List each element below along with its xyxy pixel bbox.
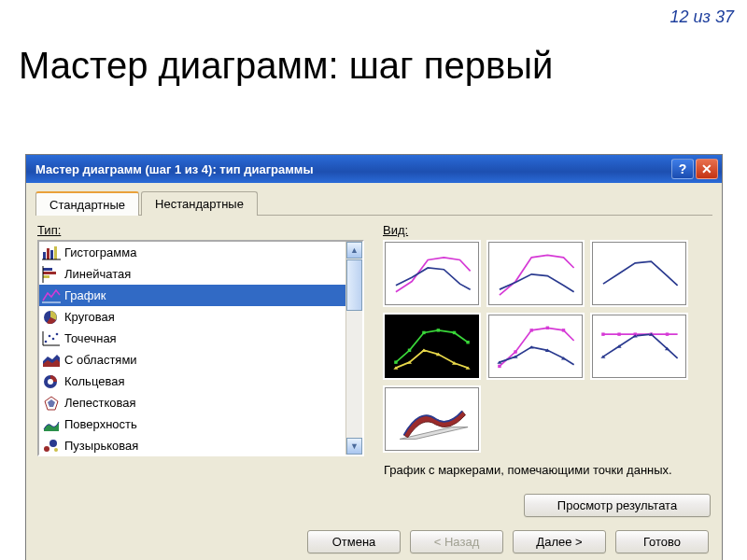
type-item-label: Гистограмма bbox=[64, 245, 136, 259]
svg-rect-5 bbox=[43, 268, 52, 271]
close-icon: ✕ bbox=[701, 161, 712, 176]
subtype-1[interactable] bbox=[383, 240, 481, 307]
chart-type-list[interactable]: Гистограмма Линейчатая График bbox=[37, 240, 364, 456]
svg-point-14 bbox=[56, 332, 59, 335]
svg-point-20 bbox=[48, 379, 53, 385]
subtype-4[interactable] bbox=[383, 313, 481, 380]
svg-rect-41 bbox=[530, 329, 533, 331]
subtype-3[interactable] bbox=[590, 240, 688, 307]
slide-title: Мастер диаграмм: шаг первый bbox=[19, 45, 553, 87]
subtype-grid bbox=[383, 240, 711, 453]
tab-custom[interactable]: Нестандартные bbox=[141, 191, 258, 216]
svg-point-12 bbox=[49, 334, 51, 337]
type-item-radar[interactable]: Лепестковая bbox=[39, 392, 345, 413]
svg-rect-7 bbox=[43, 275, 49, 278]
close-button[interactable]: ✕ bbox=[696, 159, 718, 179]
area-chart-icon bbox=[42, 352, 61, 369]
subtype-description: График с маркерами, помечающими точки да… bbox=[383, 460, 711, 494]
next-button[interactable]: Далее > bbox=[513, 530, 606, 553]
svg-rect-43 bbox=[562, 329, 565, 331]
svg-rect-0 bbox=[43, 252, 46, 259]
subtype-7[interactable] bbox=[383, 385, 481, 453]
type-item-bar[interactable]: Линейчатая bbox=[39, 263, 345, 285]
svg-rect-31 bbox=[453, 331, 456, 334]
svg-rect-39 bbox=[498, 365, 500, 368]
radar-chart-icon bbox=[42, 395, 61, 412]
svg-rect-28 bbox=[408, 349, 411, 352]
type-item-area[interactable]: С областями bbox=[39, 349, 345, 371]
type-item-scatter[interactable]: Точечная bbox=[39, 328, 345, 349]
type-item-label: Поверхность bbox=[64, 417, 137, 431]
svg-point-11 bbox=[45, 340, 48, 343]
hbar-chart-icon bbox=[42, 266, 61, 283]
cancel-button[interactable]: Отмена bbox=[307, 530, 401, 553]
svg-rect-30 bbox=[437, 329, 440, 331]
svg-rect-50 bbox=[601, 332, 604, 335]
svg-rect-54 bbox=[666, 332, 669, 335]
svg-rect-1 bbox=[47, 248, 49, 259]
type-item-pie[interactable]: Круговая bbox=[39, 306, 345, 328]
pie-chart-icon bbox=[42, 309, 61, 326]
type-item-surface[interactable]: Поверхность bbox=[39, 413, 345, 435]
svg-point-23 bbox=[44, 446, 49, 452]
type-list-scrollbar[interactable]: ▲ ▼ bbox=[345, 242, 362, 455]
preview-result-button[interactable]: Просмотр результата bbox=[524, 494, 711, 517]
bubble-chart-icon bbox=[42, 438, 61, 455]
dialog-title: Мастер диаграмм (шаг 1 из 4): тип диагра… bbox=[35, 162, 669, 176]
type-item-label: С областями bbox=[64, 353, 137, 367]
svg-rect-6 bbox=[43, 272, 56, 274]
type-item-doughnut[interactable]: Кольцевая bbox=[39, 371, 345, 392]
svg-point-24 bbox=[49, 440, 57, 447]
tab-bar: Стандартные Нестандартные bbox=[35, 190, 712, 216]
finish-button[interactable]: Готово bbox=[615, 530, 709, 553]
scroll-up-button[interactable]: ▲ bbox=[346, 242, 362, 259]
svg-rect-3 bbox=[54, 246, 57, 259]
svg-rect-40 bbox=[514, 350, 516, 353]
back-button[interactable]: < Назад bbox=[410, 530, 503, 553]
svg-rect-2 bbox=[50, 250, 53, 259]
type-item-label: Круговая bbox=[64, 310, 115, 324]
svg-rect-42 bbox=[546, 327, 549, 329]
type-item-label: Точечная bbox=[64, 331, 117, 345]
help-button[interactable]: ? bbox=[671, 159, 694, 179]
subtype-6[interactable] bbox=[590, 313, 688, 380]
type-item-line[interactable]: График bbox=[39, 285, 345, 306]
type-item-label: График bbox=[64, 288, 106, 302]
titlebar[interactable]: Мастер диаграмм (шаг 1 из 4): тип диагра… bbox=[26, 155, 722, 183]
scroll-thumb[interactable] bbox=[346, 259, 362, 311]
surface-chart-icon bbox=[42, 416, 61, 433]
type-item-label: Пузырьковая bbox=[64, 439, 138, 453]
svg-rect-51 bbox=[617, 332, 620, 335]
bar-chart-icon bbox=[42, 245, 61, 261]
subtype-2[interactable] bbox=[486, 240, 585, 307]
line-chart-icon bbox=[42, 287, 61, 304]
view-label: Вид: bbox=[383, 223, 711, 237]
svg-marker-22 bbox=[48, 399, 55, 407]
scatter-chart-icon bbox=[42, 330, 61, 347]
type-item-label: Лепестковая bbox=[64, 396, 136, 410]
type-item-bubble[interactable]: Пузырьковая bbox=[39, 435, 345, 455]
chart-wizard-dialog: Мастер диаграмм (шаг 1 из 4): тип диагра… bbox=[25, 154, 723, 560]
type-item-histogram[interactable]: Гистограмма bbox=[39, 242, 345, 263]
dialog-body: Тип: Гистограмма Линейчатая bbox=[26, 216, 722, 521]
dialog-footer: Отмена < Назад Далее > Готово bbox=[26, 521, 722, 560]
svg-rect-32 bbox=[466, 341, 469, 343]
subtype-5[interactable] bbox=[486, 313, 585, 380]
type-item-label: Линейчатая bbox=[64, 267, 131, 281]
tab-standard[interactable]: Стандартные bbox=[35, 191, 139, 216]
svg-point-13 bbox=[52, 337, 55, 340]
type-label: Тип: bbox=[37, 223, 364, 237]
type-item-label: Кольцевая bbox=[64, 374, 124, 388]
svg-rect-29 bbox=[422, 331, 425, 334]
svg-point-25 bbox=[54, 448, 58, 452]
page-counter: 12 из 37 bbox=[670, 7, 734, 27]
svg-rect-27 bbox=[394, 360, 397, 363]
scroll-down-button[interactable]: ▼ bbox=[346, 438, 362, 455]
scroll-track[interactable] bbox=[346, 312, 362, 438]
doughnut-chart-icon bbox=[42, 373, 61, 390]
